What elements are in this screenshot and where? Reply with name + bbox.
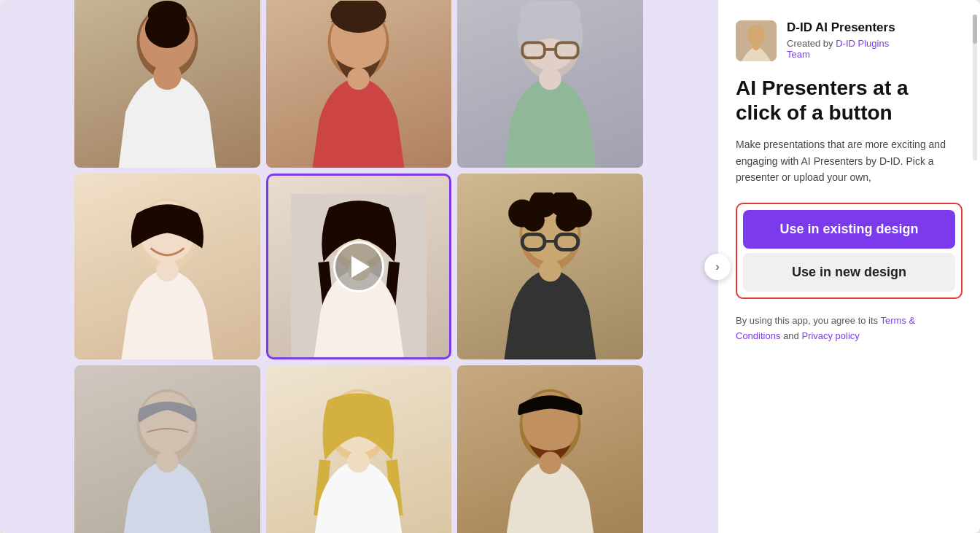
- face-cell-8[interactable]: [266, 365, 452, 533]
- created-by-label: Created by: [787, 38, 833, 49]
- svg-point-43: [539, 452, 561, 475]
- plugin-info: D-ID AI Presenters Created by D-ID Plugi…: [787, 20, 962, 60]
- terms-and: and: [783, 330, 799, 341]
- svg-point-45: [747, 25, 765, 45]
- left-panel: ›: [0, 0, 718, 533]
- play-icon: [351, 256, 370, 278]
- app-container: › D-ID AI Presenters Created by: [0, 0, 980, 533]
- next-arrow-icon: ›: [715, 260, 719, 273]
- face-cell-7[interactable]: [74, 365, 260, 533]
- privacy-link[interactable]: Privacy policy: [801, 330, 859, 341]
- svg-point-36: [139, 392, 195, 454]
- svg-point-34: [539, 259, 561, 281]
- right-panel: D-ID AI Presenters Created by D-ID Plugi…: [718, 0, 980, 533]
- svg-point-46: [752, 43, 760, 50]
- svg-point-37: [156, 451, 179, 473]
- svg-point-4: [153, 62, 181, 90]
- play-button[interactable]: [333, 241, 384, 292]
- face-cell-9[interactable]: [457, 365, 643, 533]
- next-arrow-button[interactable]: ›: [704, 254, 731, 280]
- terms-text: By using this app, you agree to its Term…: [736, 314, 962, 344]
- svg-point-18: [156, 259, 179, 281]
- terms-prefix: By using this app, you agree to its: [736, 315, 878, 326]
- plugin-title: AI Presenters at a click of a button: [736, 76, 962, 125]
- face-cell-2[interactable]: [266, 0, 452, 168]
- use-existing-design-button[interactable]: Use in existing design: [743, 210, 955, 249]
- plugin-created: Created by D-ID PluginsTeam: [787, 38, 962, 60]
- svg-point-3: [145, 9, 190, 47]
- face-cell-5-selected[interactable]: [266, 174, 452, 359]
- svg-point-29: [522, 209, 545, 232]
- plugin-description: Make presentations that are more excitin…: [736, 136, 962, 185]
- use-new-design-button[interactable]: Use in new design: [743, 253, 955, 292]
- faces-grid: [74, 0, 643, 533]
- face-cell-6[interactable]: [457, 174, 643, 359]
- scrollbar-track[interactable]: [973, 15, 977, 160]
- face-cell-4[interactable]: [74, 174, 260, 359]
- svg-point-40: [348, 451, 370, 473]
- buttons-section: Use in existing design Use in new design: [736, 203, 962, 299]
- plugin-name: D-ID AI Presenters: [787, 20, 962, 35]
- svg-point-8: [348, 68, 370, 90]
- scrollbar-thumb[interactable]: [973, 15, 977, 44]
- face-cell-3[interactable]: [457, 0, 643, 168]
- svg-point-30: [556, 209, 578, 232]
- face-cell-1[interactable]: [74, 0, 260, 168]
- plugin-header: D-ID AI Presenters Created by D-ID Plugi…: [736, 20, 962, 61]
- svg-point-15: [539, 68, 561, 90]
- plugin-icon: [736, 20, 777, 61]
